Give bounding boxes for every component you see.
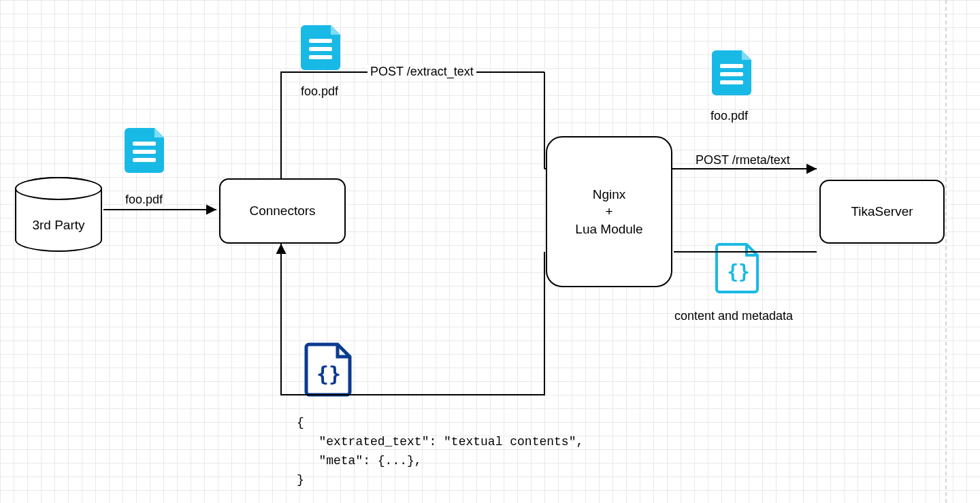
file-label-content-meta: content and metadata — [674, 309, 793, 323]
svg-rect-2 — [133, 158, 156, 162]
svg-text:{}: {} — [316, 362, 341, 386]
file-icon-foo-3 — [710, 48, 757, 97]
node-third-party[interactable]: 3rd Party — [15, 177, 102, 252]
file-icon-json-cyan: {} — [715, 242, 762, 295]
svg-rect-6 — [720, 64, 743, 68]
svg-rect-0 — [133, 142, 156, 146]
edge-label-post-rmeta: POST /rmeta/text — [696, 153, 790, 167]
svg-rect-3 — [309, 39, 332, 43]
svg-text:{}: {} — [727, 261, 750, 283]
svg-rect-5 — [309, 55, 332, 59]
node-nginx-label: Nginx + Lua Module — [575, 186, 642, 238]
node-connectors-label: Connectors — [249, 202, 315, 220]
svg-rect-4 — [309, 47, 332, 51]
file-icon-foo-2 — [299, 22, 346, 71]
node-nginx[interactable]: Nginx + Lua Module — [546, 136, 672, 287]
svg-rect-8 — [720, 80, 743, 84]
node-connectors[interactable]: Connectors — [219, 178, 346, 244]
file-icon-foo-1 — [123, 125, 169, 174]
edge-label-post-extract: POST /extract_text — [368, 65, 476, 79]
node-tikaserver-label: TikaServer — [851, 203, 913, 221]
node-third-party-label: 3rd Party — [32, 218, 84, 233]
json-code-block: { "extrated_text": "textual contents", "… — [297, 414, 583, 490]
svg-rect-7 — [720, 72, 743, 76]
file-icon-json-navy: {} — [304, 342, 354, 397]
svg-rect-1 — [133, 150, 156, 154]
file-label-foo-1: foo.pdf — [125, 193, 163, 207]
node-tikaserver[interactable]: TikaServer — [819, 180, 945, 244]
diagram-layer: 3rd Party Connectors Nginx + Lua Module … — [0, 0, 980, 503]
file-label-foo-3: foo.pdf — [710, 109, 748, 123]
file-label-foo-2: foo.pdf — [301, 84, 338, 99]
